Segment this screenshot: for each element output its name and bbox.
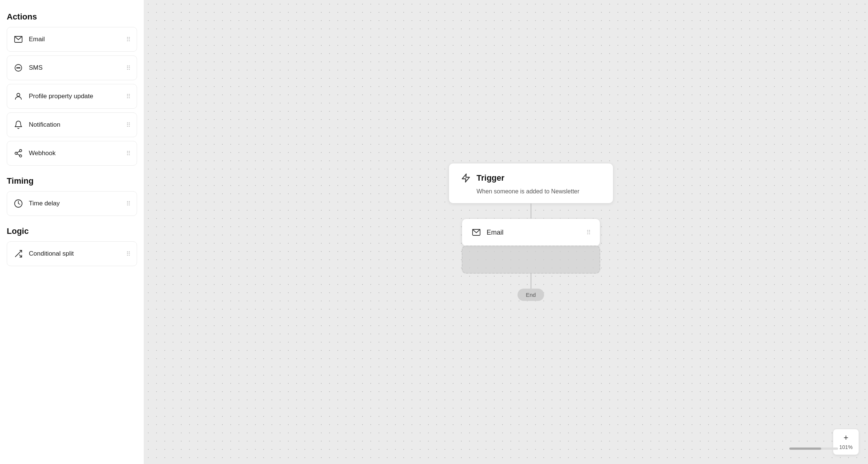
sidebar-item-email-left: Email — [13, 34, 45, 45]
trigger-title: Trigger — [477, 173, 505, 183]
section-timing: Timing Time delay ⠿ — [7, 173, 137, 220]
svg-point-5 — [19, 67, 20, 68]
section-title-logic: Logic — [7, 226, 137, 236]
sidebar-item-conditional-split-left: Conditional split — [13, 248, 74, 259]
section-title-timing: Timing — [7, 176, 137, 186]
drag-handle-notification[interactable]: ⠿ — [126, 121, 131, 129]
drag-handle-sms[interactable]: ⠿ — [126, 64, 131, 72]
sidebar: Actions Email ⠿ — [0, 0, 144, 464]
email-node-label: Email — [487, 229, 504, 236]
zoom-plus-button[interactable]: + — [844, 434, 849, 442]
person-icon — [13, 91, 24, 102]
zoom-bar-container[interactable] — [789, 448, 838, 450]
drag-handle-webhook[interactable]: ⠿ — [126, 150, 131, 157]
email-node-left: Email — [471, 227, 504, 238]
sms-label: SMS — [29, 64, 43, 72]
connector-line-2 — [531, 274, 531, 289]
notification-label: Notification — [29, 121, 60, 129]
webhook-icon — [13, 148, 24, 159]
zoom-controls: + 101% — [833, 429, 859, 455]
trigger-node[interactable]: Trigger When someone is added to Newslet… — [449, 163, 613, 204]
svg-line-10 — [17, 154, 20, 156]
email-node-icon — [471, 227, 482, 238]
time-delay-label: Time delay — [29, 200, 60, 207]
webhook-label: Webhook — [29, 150, 56, 157]
sidebar-item-sms[interactable]: SMS ⠿ — [7, 55, 137, 80]
section-logic: Logic Conditional split ⠿ — [7, 223, 137, 270]
sms-icon — [13, 63, 24, 73]
svg-marker-15 — [462, 174, 470, 182]
end-node: End — [518, 289, 544, 301]
lightning-icon — [459, 172, 472, 184]
drag-handle-email-node[interactable]: ⠿ — [586, 229, 591, 236]
svg-point-3 — [18, 67, 19, 68]
svg-point-6 — [17, 93, 20, 96]
svg-line-11 — [17, 151, 20, 153]
sidebar-item-notification-left: Notification — [13, 120, 60, 130]
section-actions: Actions Email ⠿ — [7, 9, 137, 169]
drag-handle-time-delay[interactable]: ⠿ — [126, 200, 131, 207]
split-icon — [13, 248, 24, 259]
sidebar-item-time-delay[interactable]: Time delay ⠿ — [7, 191, 137, 216]
flow-container: Trigger When someone is added to Newslet… — [449, 163, 613, 301]
drag-handle-conditional-split[interactable]: ⠿ — [126, 250, 131, 257]
sidebar-item-time-delay-left: Time delay — [13, 198, 60, 209]
end-label: End — [526, 292, 536, 298]
sidebar-item-sms-left: SMS — [13, 63, 43, 73]
sidebar-item-webhook[interactable]: Webhook ⠿ — [7, 141, 137, 166]
drag-handle-profile[interactable]: ⠿ — [126, 93, 131, 100]
conditional-split-label: Conditional split — [29, 250, 74, 257]
email-label: Email — [29, 36, 45, 43]
sidebar-item-profile-property-update[interactable]: Profile property update ⠿ — [7, 84, 137, 109]
sidebar-item-email[interactable]: Email ⠿ — [7, 27, 137, 52]
sidebar-item-notification[interactable]: Notification ⠿ — [7, 112, 137, 137]
mail-icon — [13, 34, 24, 45]
canvas[interactable]: Trigger When someone is added to Newslet… — [144, 0, 868, 464]
ghost-placeholder-node — [462, 245, 600, 274]
svg-line-14 — [19, 255, 22, 257]
email-node[interactable]: Email ⠿ — [462, 219, 600, 246]
drag-handle-email[interactable]: ⠿ — [126, 36, 131, 43]
profile-property-label: Profile property update — [29, 93, 93, 100]
trigger-header: Trigger — [459, 172, 603, 184]
section-title-actions: Actions — [7, 12, 137, 22]
sidebar-item-profile-left: Profile property update — [13, 91, 93, 102]
sidebar-item-webhook-left: Webhook — [13, 148, 56, 159]
bell-icon — [13, 120, 24, 130]
svg-point-4 — [17, 67, 18, 68]
clock-icon — [13, 198, 24, 209]
zoom-bar-fill — [789, 448, 821, 450]
connector-line-1 — [531, 204, 531, 219]
trigger-description: When someone is added to Newsletter — [477, 188, 603, 195]
sidebar-item-conditional-split[interactable]: Conditional split ⠿ — [7, 241, 137, 266]
zoom-percent-label: 101% — [839, 444, 853, 450]
